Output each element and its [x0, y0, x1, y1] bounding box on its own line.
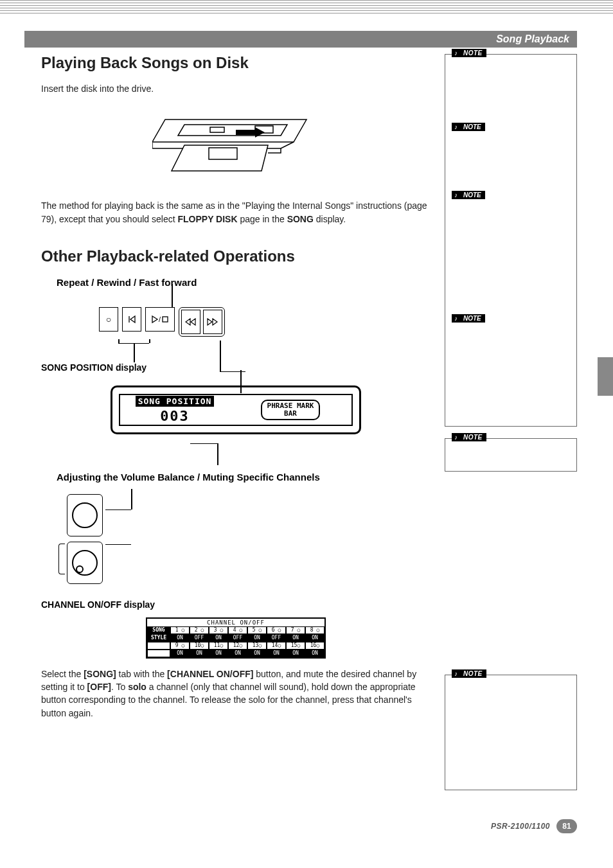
- page-edge-tab: [598, 357, 613, 396]
- note-box-1: NOTE NOTE NOTE NOTE: [445, 54, 577, 427]
- transport-diagram: ○ /: [99, 307, 266, 337]
- intro-text: Insert the disk into the drive.: [41, 82, 431, 95]
- page-number: 81: [556, 819, 577, 833]
- svg-rect-0: [210, 127, 224, 132]
- channel-onoff-label: CHANNEL ON/OFF display: [41, 599, 431, 610]
- footer-model: PSR-2100/1100: [491, 822, 550, 831]
- note-badge-icon: NOTE: [452, 314, 485, 323]
- rec-button[interactable]: ○: [99, 307, 118, 332]
- channel-instructions: Select the [SONG] tab with the [CHANNEL …: [41, 668, 431, 720]
- sub-volume: Adjusting the Volume Balance / Muting Sp…: [57, 472, 431, 483]
- channel-onoff-table: CHANNEL ON/OFF SONG 1 ○ 2 ○ 3 ○ 4 ○ 5 ○ …: [146, 617, 326, 659]
- ff-button[interactable]: [203, 310, 222, 334]
- song-position-lcd: SONG POSITION 003 PHRASE MARK BAR: [111, 385, 361, 434]
- rewind-button[interactable]: [181, 310, 200, 334]
- channel-dial[interactable]: [72, 550, 98, 576]
- method-text: The method for playing back is the same …: [41, 199, 431, 226]
- svg-rect-4: [163, 317, 168, 322]
- phrase-mark-button[interactable]: PHRASE MARK BAR: [261, 400, 321, 420]
- lcd-title: SONG POSITION: [136, 396, 215, 407]
- top-button[interactable]: [122, 307, 141, 332]
- note-badge-icon: NOTE: [452, 49, 486, 57]
- svg-rect-2: [209, 148, 237, 159]
- sub-repeat: Repeat / Rewind / Fast forward: [57, 277, 431, 288]
- notes-column: NOTE NOTE NOTE NOTE NOTE NOTE: [445, 54, 577, 801]
- note-box-3: NOTE: [445, 675, 577, 790]
- page-footer: PSR-2100/1100 81: [491, 819, 577, 833]
- note-badge-icon: NOTE: [452, 123, 485, 131]
- heading-other-ops: Other Playback-related Operations: [41, 247, 431, 265]
- note-badge-icon: NOTE: [452, 433, 486, 441]
- play-stop-button[interactable]: /: [145, 307, 175, 332]
- heading-playing-back: Playing Back Songs on Disk: [41, 54, 431, 72]
- disk-drive-illustration: [152, 107, 319, 180]
- note-badge-icon: NOTE: [452, 191, 485, 199]
- main-content: Playing Back Songs on Disk Insert the di…: [41, 54, 431, 729]
- top-rule-lines: [0, 0, 613, 23]
- section-title: Song Playback: [496, 33, 569, 44]
- dial-illustration: [67, 494, 144, 584]
- tab-style[interactable]: STYLE: [147, 634, 170, 642]
- balance-dial[interactable]: [72, 502, 98, 528]
- lcd-value: 003: [120, 408, 229, 424]
- svg-text:/: /: [159, 315, 161, 323]
- rew-ff-frame: [179, 307, 225, 337]
- tab-song[interactable]: SONG: [147, 626, 170, 634]
- note-badge-icon: NOTE: [452, 669, 486, 678]
- note-box-2: NOTE: [445, 438, 577, 472]
- section-header-band: Song Playback: [24, 31, 577, 48]
